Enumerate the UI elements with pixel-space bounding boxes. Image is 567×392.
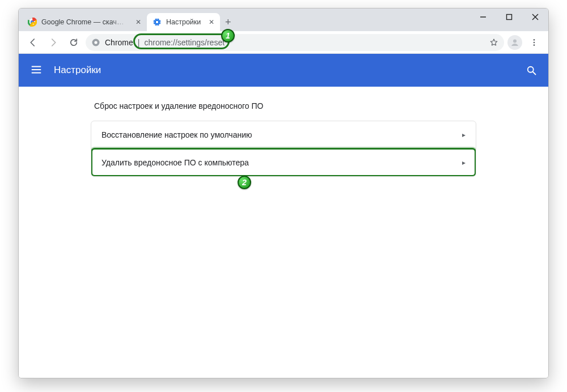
bookmark-star-icon[interactable] [489, 38, 498, 47]
window-controls [470, 8, 548, 25]
chrome-page-icon [91, 38, 100, 47]
tab-close-icon[interactable]: ✕ [209, 18, 214, 26]
svg-point-20 [534, 41, 535, 43]
tab-label: Настройки [166, 18, 201, 26]
nav-back-button[interactable] [24, 34, 41, 51]
svg-line-8 [154, 19, 155, 20]
settings-page: Сброс настроек и удаление вредоносного П… [19, 87, 548, 378]
browser-toolbar: Chrome | chrome://settings/reset [19, 31, 548, 54]
tab-strip: Google Chrome — скачать бесп ✕ Настройки… [19, 8, 236, 31]
search-icon[interactable] [526, 65, 537, 76]
window-close-button[interactable] [522, 8, 548, 25]
svg-line-11 [154, 24, 155, 24]
nav-forward-button[interactable] [45, 34, 62, 51]
omnibox[interactable]: Chrome | chrome://settings/reset [86, 34, 504, 51]
svg-rect-13 [507, 15, 512, 20]
chrome-favicon [28, 18, 37, 27]
svg-point-3 [156, 21, 158, 23]
new-tab-button[interactable]: + [220, 14, 236, 30]
titlebar: Google Chrome — скачать бесп ✕ Настройки… [19, 8, 548, 31]
svg-line-9 [159, 24, 159, 24]
svg-line-10 [159, 19, 159, 20]
gear-favicon [153, 18, 162, 27]
chevron-right-icon: ▸ [462, 159, 466, 167]
svg-point-25 [528, 67, 534, 73]
window-maximize-button[interactable] [496, 8, 522, 25]
chevron-right-icon: ▸ [462, 131, 466, 139]
omnibox-sep: | [138, 38, 140, 47]
omnibox-url: chrome://settings/reset [144, 38, 225, 47]
settings-title: Настройки [54, 65, 101, 76]
settings-appbar: Настройки [19, 54, 548, 87]
row-label: Удалить вредоносное ПО с компьютера [101, 158, 249, 167]
tab-label: Google Chrome — скачать бесп [41, 18, 128, 26]
window-minimize-button[interactable] [470, 8, 496, 25]
svg-point-18 [513, 39, 517, 42]
tab-close-icon[interactable]: ✕ [136, 18, 141, 26]
browser-menu-button[interactable] [526, 34, 543, 51]
svg-point-17 [94, 41, 97, 44]
settings-card: Восстановление настроек по умолчанию ▸ У… [91, 121, 476, 177]
row-reset-defaults[interactable]: Восстановление настроек по умолчанию ▸ [91, 121, 476, 148]
tab-google-chrome-download[interactable]: Google Chrome — скачать бесп ✕ [22, 13, 147, 31]
svg-point-19 [534, 39, 535, 41]
svg-line-26 [533, 72, 536, 75]
row-label: Восстановление настроек по умолчанию [101, 130, 252, 139]
page-content: Настройки Сброс настроек и удаление вред… [19, 54, 548, 378]
row-remove-malware[interactable]: Удалить вредоносное ПО с компьютера ▸ [91, 148, 476, 176]
svg-point-21 [534, 44, 535, 46]
profile-avatar[interactable] [507, 35, 522, 50]
tab-settings[interactable]: Настройки ✕ [147, 13, 220, 31]
browser-window: Google Chrome — скачать бесп ✕ Настройки… [18, 8, 549, 378]
hamburger-menu-icon[interactable] [30, 63, 44, 77]
omnibox-host: Chrome [105, 38, 133, 47]
section-title: Сброс настроек и удаление вредоносного П… [94, 101, 476, 110]
nav-reload-button[interactable] [65, 34, 82, 51]
